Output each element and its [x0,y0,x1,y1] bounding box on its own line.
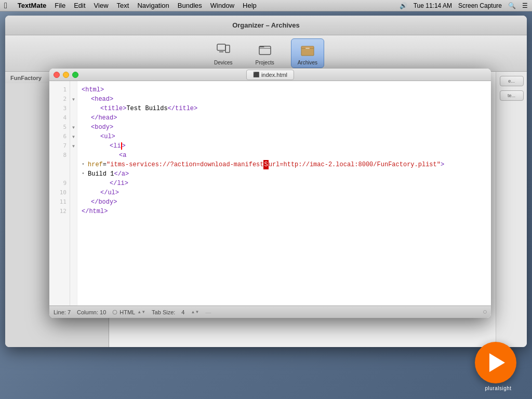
language-label: HTML [119,309,135,315]
menu-navigation[interactable]: Navigation [133,1,173,10]
right-btn-1[interactable]: e... [500,76,524,86]
code-line-4: </head> [82,113,491,123]
line-num-1: 1 [63,85,66,95]
fold-6[interactable]: ▼ [70,132,77,141]
organizer-titlebar: Organizer – Archives [5,16,527,35]
play-icon [489,353,505,372]
fold-4[interactable] [70,113,77,123]
svg-rect-6 [305,48,310,49]
menu-text[interactable]: Text [113,1,134,10]
line-num-7: 7 [63,141,66,151]
projects-icon [257,41,273,58]
maximize-button[interactable] [72,72,78,78]
code-line-14: </html> [82,207,491,216]
menu-help[interactable]: Help [238,1,261,10]
fold-11[interactable] [70,179,77,188]
toolbar-devices[interactable]: Devices [208,39,239,68]
svg-rect-1 [219,51,223,52]
status-extra-arrow[interactable]: ⬡ [483,310,487,314]
fold-3[interactable] [70,104,77,113]
menu-edit[interactable]: Edit [70,1,89,10]
minimize-button[interactable] [63,72,69,78]
line-num-12: 10 [60,188,66,197]
screen-capture-label: Screen Capture [458,2,502,9]
menu-extra-icon: ☰ [522,2,528,9]
tab-file-icon: ⬛ [253,72,259,77]
editor-content[interactable]: 1 2 3 4 5 6 7 8 9 10 11 12 ▼ [49,81,491,305]
fold-9[interactable] [70,160,77,169]
line-numbers: 1 2 3 4 5 6 7 8 9 10 11 12 [49,81,70,305]
fold-7[interactable]: ▼ [70,141,77,151]
tag-open-html: < [82,85,85,95]
fold-gutter: ▼ ▼ ▼ ▼ [70,81,77,305]
editor-window: ⬛ index.html 1 2 3 4 5 6 7 8 9 10 11 [49,69,491,318]
menu-window[interactable]: Window [206,1,238,10]
window-controls [54,72,78,78]
line-num-14: 12 [60,207,66,216]
line-num-6: 6 [63,132,66,141]
editor-tab-bar: ⬛ index.html [246,70,294,80]
search-icon[interactable]: 🔍 [508,2,516,9]
status-language[interactable]: HTML ▲▼ [112,309,145,315]
code-line-8: <a [82,151,491,160]
tab-label: index.html [261,72,287,78]
fold-1[interactable] [70,85,77,95]
line-num-8: 8 [63,151,66,160]
clock: Tue 11:14 AM [414,2,452,9]
svg-point-7 [113,310,117,314]
pluralsight-label: pluralsight [475,385,522,391]
code-line-3: <title>Test Builds</title> [82,104,491,113]
apple-menu[interactable]:  [4,1,7,10]
devices-label: Devices [214,60,233,65]
editor-tab-index-html[interactable]: ⬛ index.html [246,70,294,80]
language-icon [112,310,117,315]
organizer-right-panel: e... te... [496,72,527,347]
menu-textmate[interactable]: TextMate [14,1,50,10]
line-num-5: 5 [63,123,66,132]
fold-2[interactable]: ▼ [70,95,77,104]
editor-titlebar: ⬛ index.html [49,69,491,81]
code-line-13: </body> [82,197,491,207]
code-line-6: <ul> [82,132,491,141]
line-num-11: 9 [63,179,66,188]
code-line-11: </li> [82,179,491,188]
status-column: Column: 10 [77,309,106,315]
editor-statusbar: Line: 7 Column: 10 HTML ▲▼ Tab Size: 4 ▲… [49,305,491,318]
language-dropdown-arrow: ▲▼ [137,310,145,314]
status-tab-size-value[interactable]: 4 [181,309,184,315]
code-line-7: <li> [82,141,491,151]
desktop: Organizer – Archives Devices [0,11,532,399]
code-area[interactable]: <html> <head> <title>Test Builds</title>… [77,81,491,305]
fold-10[interactable] [70,169,77,179]
right-btn-2[interactable]: te... [500,90,524,101]
volume-icon: 🔊 [400,2,407,9]
pluralsight-badge[interactable]: pluralsight [475,342,522,389]
fold-5[interactable]: ▼ [70,123,77,132]
line-num-4: 4 [63,113,66,123]
toolbar-archives[interactable]: Archives [291,38,324,68]
code-line-10: •Build 1</a> [82,169,491,179]
status-separator: — [205,309,211,315]
fold-8[interactable] [70,151,77,160]
line-num-13: 11 [60,197,66,207]
organizer-toolbar: Devices Projects [5,35,527,72]
svg-rect-0 [217,44,225,50]
svg-rect-2 [225,45,230,52]
fold-14[interactable] [70,207,77,216]
toolbar-projects[interactable]: Projects [249,39,281,68]
fold-13[interactable] [70,197,77,207]
menubar:  TextMate File Edit View Text Navigatio… [0,0,532,11]
archives-label: Archives [298,60,317,65]
menu-view[interactable]: View [90,1,113,10]
code-line-2: <head> [82,95,491,104]
code-line-9: •href="itms-services://?action=download-… [82,160,491,169]
line-num-2: 2 [63,95,66,104]
close-button[interactable] [54,72,60,78]
menu-file[interactable]: File [50,1,70,10]
fold-12[interactable] [70,188,77,197]
menu-bundles[interactable]: Bundles [174,1,206,10]
status-line: Line: 7 [54,309,71,315]
pluralsight-play-circle[interactable] [475,342,516,383]
line-num-3: 3 [63,104,66,113]
projects-label: Projects [256,60,274,65]
